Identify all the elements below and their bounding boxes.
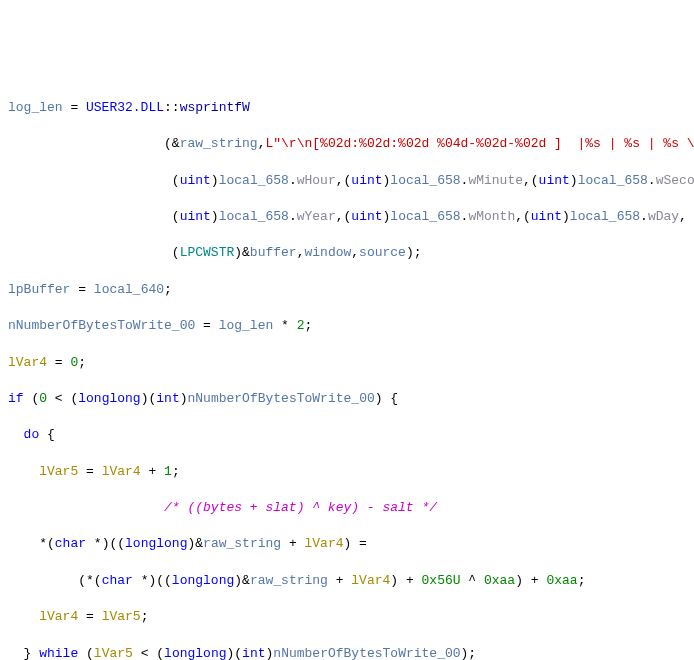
code-line: lpBuffer = local_640;	[8, 281, 686, 299]
code-line: (&raw_string,L"\r\n[%02d:%02d:%02d %04d-…	[8, 135, 686, 153]
code-line: (uint)local_658.wHour,(uint)local_658.wM…	[8, 172, 686, 190]
code-line: } while (lVar5 < (longlong)(int)nNumberO…	[8, 645, 686, 660]
code-line: (LPCWSTR)&buffer,window,source);	[8, 244, 686, 262]
var-log-len: log_len	[8, 100, 63, 115]
code-viewer: log_len = USER32.DLL::wsprintfW (&raw_st…	[8, 81, 686, 660]
code-line: lVar5 = lVar4 + 1;	[8, 463, 686, 481]
string-literal: L"\r\n[%02d:%02d:%02d %04d-%02d-%02d ] |…	[265, 136, 694, 151]
code-line: (*(char *)((longlong)&raw_string + lVar4…	[8, 572, 686, 590]
code-line: /* ((bytes + slat) ^ key) - salt */	[8, 499, 686, 517]
code-line: lVar4 = lVar5;	[8, 608, 686, 626]
code-line: *(char *)((longlong)&raw_string + lVar4)…	[8, 535, 686, 553]
code-line: (uint)local_658.wYear,(uint)local_658.wM…	[8, 208, 686, 226]
code-line: do {	[8, 426, 686, 444]
code-line: log_len = USER32.DLL::wsprintfW	[8, 99, 686, 117]
code-line: if (0 < (longlong)(int)nNumberOfBytesToW…	[8, 390, 686, 408]
comment: /* ((bytes + slat) ^ key) - salt */	[164, 500, 437, 515]
code-line: nNumberOfBytesToWrite_00 = log_len * 2;	[8, 317, 686, 335]
code-line: lVar4 = 0;	[8, 354, 686, 372]
